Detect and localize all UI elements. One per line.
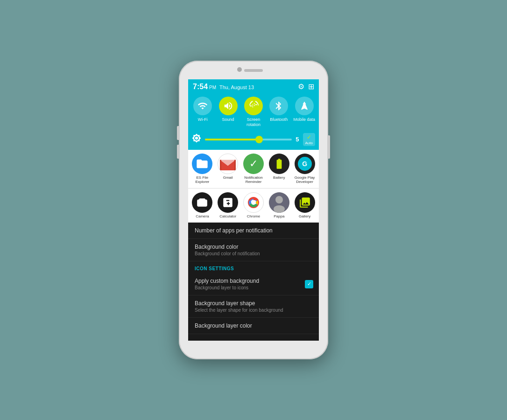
gplay-label: Google Play Developer <box>293 175 317 184</box>
svg-point-4 <box>251 200 256 205</box>
status-bar: 7:54 PM Thu, August 13 ⚙ ⊞ <box>188 79 319 94</box>
svg-rect-0 <box>220 160 221 170</box>
screen-rotation-label: Screen rotation <box>242 117 265 127</box>
power-button[interactable] <box>328 135 330 159</box>
pappa-label: Pappa <box>274 214 284 219</box>
icon-settings-header: ICON SETTINGS <box>188 261 319 273</box>
chrome-label: Chrome <box>247 214 260 219</box>
custom-bg-checkbox[interactable]: ✓ <box>305 280 313 288</box>
apps-row-2: Camera Calculator <box>188 189 319 223</box>
bluetooth-label: Bluetooth <box>270 117 288 122</box>
brightness-fill <box>205 139 257 140</box>
auto-label: Auto <box>305 141 313 145</box>
notification-label: Notification Reminder <box>242 175 265 184</box>
brightness-row: 5 ✓ Auto <box>188 131 319 150</box>
battery-label: Battery <box>273 175 285 180</box>
chrome-icon <box>243 192 264 213</box>
app-google-play[interactable]: G Google Play Developer <box>293 154 317 184</box>
svg-point-6 <box>275 196 283 203</box>
camera-label: Camera <box>196 214 209 219</box>
mobile-data-icon-circle <box>295 97 314 115</box>
app-gmail[interactable]: Gmail <box>216 154 239 184</box>
app-chrome[interactable]: Chrome <box>242 192 265 219</box>
settings-item-apps-per-notification[interactable]: Number of apps per notification <box>188 223 319 239</box>
battery-icon <box>269 154 289 174</box>
svg-rect-1 <box>234 160 236 170</box>
settings-item-background-color[interactable]: Background color Background color of not… <box>188 239 319 261</box>
svg-point-7 <box>274 205 285 213</box>
app-gallery[interactable]: Gallery <box>293 192 317 219</box>
qs-tile-mobile-data[interactable]: Mobile data <box>293 97 316 127</box>
apps-section-1: ES File Explorer Gmail ✓ <box>188 150 319 189</box>
brightness-value: 5 <box>296 136 299 143</box>
qs-tile-bluetooth[interactable]: Bluetooth <box>268 97 290 127</box>
camera-icon <box>192 192 212 213</box>
brightness-icon <box>192 133 201 145</box>
apps-row-1: ES File Explorer Gmail ✓ <box>188 150 319 188</box>
status-time-period: PM <box>209 85 216 90</box>
qs-tile-wifi[interactable]: Wi-Fi <box>191 97 214 127</box>
settings-item-layer-shape[interactable]: Background layer shape Select the layer … <box>188 295 319 318</box>
auto-brightness-btn[interactable]: ✓ Auto <box>303 133 315 146</box>
calculator-icon <box>218 192 238 213</box>
gmail-label: Gmail <box>223 175 233 180</box>
volume-up-button[interactable] <box>177 126 179 140</box>
app-battery[interactable]: Battery <box>268 154 291 184</box>
gallery-icon <box>295 192 315 213</box>
bluetooth-icon-circle <box>269 97 288 115</box>
calculator-label: Calculator <box>219 214 236 219</box>
settings-item-layer-color[interactable]: Background layer color <box>188 318 319 334</box>
status-icons: ⚙ ⊞ <box>298 82 314 91</box>
app-es-file-explorer[interactable]: ES File Explorer <box>190 154 214 184</box>
screen-rotation-icon-circle <box>244 97 263 115</box>
status-date: Thu, August 13 <box>219 84 254 90</box>
mobile-data-label: Mobile data <box>293 117 315 122</box>
layer-shape-subtitle: Select the layer shape for icon backgrou… <box>195 308 312 313</box>
wifi-icon-circle <box>193 97 212 115</box>
custom-bg-subtitle: Background layer to icons <box>195 285 312 290</box>
layer-shape-title: Background layer shape <box>195 300 312 307</box>
gmail-icon <box>218 154 238 174</box>
bg-color-subtitle: Background color of notification <box>195 251 312 256</box>
app-pappa[interactable]: Pappa <box>268 192 291 219</box>
phone-device: 7:54 PM Thu, August 13 ⚙ ⊞ Wi-Fi <box>179 61 328 359</box>
notification-icon: ✓ <box>243 154 264 174</box>
es-file-label: ES File Explorer <box>190 175 214 184</box>
es-file-icon <box>192 154 212 174</box>
bg-color-title: Background color <box>195 244 312 250</box>
sound-icon-circle <box>219 97 238 115</box>
qs-tile-screen-rotation[interactable]: Screen rotation <box>242 97 265 127</box>
app-notification[interactable]: ✓ Notification Reminder <box>242 154 265 184</box>
qs-tile-sound[interactable]: Sound <box>217 97 239 127</box>
wifi-label: Wi-Fi <box>198 117 208 122</box>
gplay-icon: G <box>295 154 315 174</box>
grid-icon[interactable]: ⊞ <box>308 82 314 91</box>
sound-label: Sound <box>222 117 234 122</box>
gear-icon[interactable]: ⚙ <box>298 82 304 91</box>
apps-section-2: Camera Calculator <box>188 189 319 223</box>
layer-color-title: Background layer color <box>195 322 312 329</box>
custom-bg-title: Apply custom background <box>195 278 312 284</box>
app-calculator[interactable]: Calculator <box>216 192 239 219</box>
apps-per-notif-title: Number of apps per notification <box>195 227 312 234</box>
phone-camera <box>237 67 242 72</box>
settings-section: Number of apps per notification Backgrou… <box>188 223 319 334</box>
settings-item-custom-background[interactable]: Apply custom background Background layer… <box>188 273 319 295</box>
auto-check-icon: ✓ <box>307 134 311 140</box>
phone-screen: 7:54 PM Thu, August 13 ⚙ ⊞ Wi-Fi <box>188 79 319 341</box>
phone-speaker <box>244 69 263 72</box>
status-time: 7:54 <box>193 83 208 91</box>
pappa-icon <box>269 192 289 213</box>
brightness-slider[interactable] <box>205 139 292 140</box>
app-camera[interactable]: Camera <box>190 192 214 219</box>
quick-settings-panel: Wi-Fi Sound Screen rotation <box>188 94 319 131</box>
volume-down-button[interactable] <box>177 145 179 159</box>
gallery-label: Gallery <box>299 214 310 219</box>
brightness-thumb <box>255 136 263 143</box>
